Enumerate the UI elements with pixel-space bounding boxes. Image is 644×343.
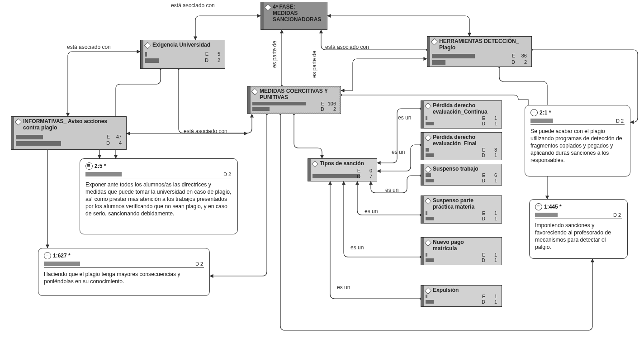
memo-text: Exponer ante todos los alumnos/as las di… (85, 181, 232, 217)
memo-1-445[interactable]: 1:445 * D 2 Imponiendo sanciones y favor… (529, 199, 628, 259)
node-fase[interactable]: 4ª FASE: MEDIDAS SANCIONADORAS (260, 2, 327, 30)
node-title: HERRAMIENTAS DETECCIÓN_ Plagio (439, 38, 528, 51)
node-sancion-continua[interactable]: Pérdida derecho evaluación_Continua E1 D… (421, 100, 502, 129)
memo-icon (85, 162, 93, 170)
memo-d: D 2 (223, 172, 231, 177)
memo-1-627[interactable]: 1:627 * D 2 Haciendo que el plagio tenga… (38, 248, 210, 296)
node-tipos[interactable]: Tipos de sanción E0 D7 (308, 158, 377, 181)
node-title: Pérdida derecho evaluación_Continua (433, 102, 498, 115)
memo-ref: 2:1 * (540, 110, 551, 116)
memo-icon (530, 109, 538, 116)
memo-2-5[interactable]: 2:5 * D 2 Exponer ante todos los alumnos… (80, 158, 238, 234)
node-title: Expulsión (433, 287, 498, 293)
node-sancion-final[interactable]: Pérdida derecho evaluación_Final E3 D1 (421, 132, 502, 160)
node-title: 4ª FASE: MEDIDAS SANCIONADORAS (273, 4, 323, 23)
diagram-canvas: { "labels":{ "asoc":"está asociado con",… (0, 0, 644, 343)
edge-label: está asociado con (171, 2, 215, 9)
memo-d: D 2 (616, 118, 624, 124)
node-sancion-suspenso-trabajo[interactable]: Suspenso trabajo E6 D1 (421, 164, 502, 186)
node-title: Suspenso parte práctica materia (433, 197, 498, 210)
node-sancion-expulsion[interactable]: Expulsión E1 D1 (421, 285, 502, 307)
edge-label: es un (385, 187, 398, 193)
memo-ref: 2:5 * (95, 163, 106, 169)
memo-icon (535, 203, 542, 210)
memo-2-1[interactable]: 2:1 * D 2 Se puede acabar con el plagio … (525, 105, 630, 176)
edge-label: está asociado con (325, 44, 369, 50)
node-sancion-nuevo-pago[interactable]: Nuevo pago matrícula E1 D1 (421, 237, 502, 265)
node-sancion-suspenso-practica[interactable]: Suspenso parte práctica materia E1 D1 (421, 195, 502, 224)
edge-label: está asociado con (184, 128, 227, 134)
edge-label: es parte de (311, 51, 317, 78)
node-title: INFORMATIVAS_ Aviso acciones contra plag… (23, 118, 123, 131)
node-exigencia[interactable]: Exigencia Universidad E5 D2 (140, 40, 225, 69)
node-coercitivas[interactable]: MEDIDAS COERCITIVAS Y PUNITIVAS E106 D2 (247, 86, 341, 114)
node-title: Exigencia Universidad (152, 42, 221, 48)
node-title: Tipos de sanción (320, 160, 373, 167)
node-title: MEDIDAS COERCITIVAS Y PUNITIVAS (260, 88, 337, 100)
node-title: Suspenso trabajo (433, 166, 498, 172)
memo-ref: 1:445 * (544, 204, 562, 210)
memo-text: Se puede acabar con el plagio utilizando… (530, 128, 625, 164)
memo-text: Imponiendo sanciones y favoreciendo al p… (535, 222, 622, 251)
node-title: Pérdida derecho evaluación_Final (433, 134, 498, 147)
edge-label: es un (337, 284, 350, 291)
edge-label: es un (398, 114, 411, 121)
edge-label: es un (365, 208, 378, 214)
memo-text: Haciendo que el plagio tenga mayores con… (44, 271, 204, 285)
edge-label: es un (350, 244, 364, 251)
memo-d: D 2 (195, 261, 203, 267)
memo-ref: 1:627 * (53, 252, 71, 259)
edge-label: es un (392, 149, 405, 155)
node-informativas[interactable]: INFORMATIVAS_ Aviso acciones contra plag… (11, 116, 127, 150)
memo-d: D 2 (613, 212, 621, 218)
edge-label: está asociado con (67, 44, 111, 50)
node-herramientas[interactable]: HERRAMIENTAS DETECCIÓN_ Plagio E86 D2 (427, 36, 532, 67)
memo-icon (44, 252, 51, 259)
edge-label: es parte de (271, 41, 278, 68)
node-title: Nuevo pago matrícula (433, 239, 498, 252)
